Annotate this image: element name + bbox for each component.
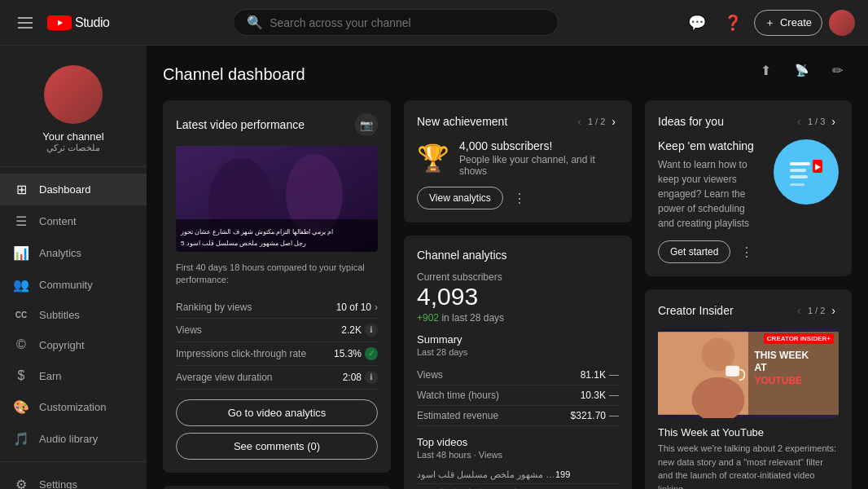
creator-nav: ‹ 1 / 2 › [794, 302, 839, 319]
logo: Studio [47, 15, 109, 30]
help-icon[interactable]: ❓ [718, 8, 747, 37]
search-bar[interactable]: 🔍 [233, 9, 559, 36]
view-analytics-button[interactable]: View analytics [417, 187, 503, 209]
sidebar-item-dashboard[interactable]: ⊞ Dashboard [0, 174, 147, 205]
audio-icon: 🎵 [13, 431, 29, 447]
achievement-title: New achievement [417, 115, 507, 128]
summary-period: Last 28 days [417, 347, 619, 357]
analytics-header: Channel analytics [417, 249, 619, 262]
sidebar-item-label: Analytics [39, 247, 134, 259]
sidebar-item-label: Customization [39, 401, 134, 413]
prev-achievement-button[interactable]: ‹ [574, 113, 585, 130]
header-right: 💬 ❓ ＋ Create [682, 8, 855, 37]
search-input[interactable] [270, 16, 545, 29]
create-button[interactable]: ＋ Create [754, 10, 822, 36]
sidebar-item-label: Copyright [39, 339, 134, 351]
svg-rect-18 [726, 366, 739, 377]
sidebar-item-copyright[interactable]: © Copyright [0, 329, 147, 360]
ideas-illustration [782, 148, 831, 196]
creator-thumbnail[interactable]: THIS WEEK AT YOUTUBE CREATOR INSIDER+ [658, 328, 839, 418]
achievement-text: 4,000 subscribers! People like your chan… [459, 139, 619, 177]
change-period: in last 28 days [441, 312, 504, 324]
create-label: Create [780, 16, 812, 29]
views-value: 81.1K — [581, 369, 619, 381]
edit-icon[interactable]: ✏ [822, 55, 852, 85]
sidebar-item-label: Settings [39, 478, 134, 489]
dashboard-grid: Latest video performance 📷 [163, 100, 852, 489]
sidebar: Your channel ملخصات تركي ⊞ Dashboard ☰ C… [0, 46, 147, 489]
ranking-row: Ranking by views 10 of 10 › [176, 297, 378, 319]
views-label: Views [417, 369, 443, 381]
creator-insider-card: Creator Insider ‹ 1 / 2 › [645, 289, 852, 489]
ideas-nav: ‹ 1 / 3 › [794, 113, 839, 130]
see-comments-button[interactable]: See comments (0) [176, 433, 378, 460]
watch-label: Watch time (hours) [417, 390, 499, 401]
sidebar-item-settings[interactable]: ⚙ Settings [0, 469, 147, 489]
sidebar-item-community[interactable]: 👥 Community [0, 269, 147, 301]
page-title: Channel dashboard [163, 65, 852, 84]
sidebar-item-audio[interactable]: 🎵 Audio library [0, 423, 147, 455]
thumbnail-image: ام يرمي اطفالها التزام مكتوش شهر ف الشار… [176, 146, 378, 252]
sidebar-item-earn[interactable]: $ Earn [0, 360, 147, 391]
prev-idea-button[interactable]: ‹ [794, 113, 804, 130]
user-avatar[interactable] [829, 10, 855, 36]
current-subs-label: Current subscribers [417, 271, 619, 283]
upload-icon[interactable]: ⬆ [751, 55, 780, 85]
go-to-analytics-button[interactable]: Go to video analytics [176, 399, 378, 426]
summary-title: Summary [417, 333, 619, 346]
subscriber-change: +902 in last 28 days [417, 312, 619, 324]
svg-text:THIS WEEK: THIS WEEK [754, 350, 809, 361]
ctr-indicator: ✓ [365, 347, 378, 360]
studio-text: Studio [75, 15, 109, 30]
published-videos-card: Published videos الشارع عشان التجاوز رجل… [163, 486, 391, 489]
views-row: Views 2.2K ℹ [176, 319, 378, 342]
achievement-header: New achievement ‹ 1 / 2 › [417, 113, 619, 130]
header: Studio 🔍 💬 ❓ ＋ Create [0, 0, 868, 46]
get-started-button[interactable]: Get started [658, 240, 730, 263]
community-icon: 👥 [13, 277, 29, 293]
more-ideas-icon[interactable]: ⋮ [737, 243, 756, 262]
avg-duration-row: Average view duration 2:08 ℹ [176, 366, 378, 390]
ideas-header: Ideas for you ‹ 1 / 3 › [658, 113, 839, 130]
svg-rect-10 [790, 169, 806, 172]
main-content: Channel dashboard ⬆ 📡 ✏ Latest video per… [147, 46, 868, 489]
camera-icon[interactable]: 📷 [355, 113, 378, 136]
achievement-nav-text: 1 / 2 [588, 117, 605, 126]
comments-icon[interactable]: 💬 [682, 8, 712, 37]
creator-badge: CREATOR INSIDER+ [764, 333, 834, 344]
ranking-value: 10 of 10 › [336, 302, 378, 313]
channel-avatar[interactable] [44, 65, 103, 124]
customization-icon: 🎨 [13, 399, 29, 415]
latest-video-card: Latest video performance 📷 [163, 100, 391, 473]
top-video-title: شرف ف الشارع عشان التجاوز رجل اصل مشهور … [417, 469, 555, 480]
next-creator-button[interactable]: › [828, 302, 839, 319]
sidebar-item-customization[interactable]: 🎨 Customization [0, 391, 147, 423]
dashboard-icon: ⊞ [13, 182, 29, 197]
avg-duration-value: 2:08 ℹ [343, 371, 378, 384]
views-indicator: ℹ [365, 324, 378, 337]
sidebar-item-label: Earn [39, 370, 134, 382]
svg-rect-11 [790, 175, 808, 178]
analytics-title: Channel analytics [417, 249, 507, 262]
sidebar-item-analytics[interactable]: 📊 Analytics [0, 237, 147, 269]
sidebar-item-content[interactable]: ☰ Content [0, 205, 147, 237]
avg-duration-label: Average view duration [176, 372, 273, 383]
channel-subtitle: ملخصات تركي [46, 143, 100, 153]
ideas-image [774, 139, 839, 205]
svg-text:ام يرمي اطفالها التزام مكتوش ش: ام يرمي اطفالها التزام مكتوش شهر ف الشار… [180, 228, 333, 236]
next-achievement-button[interactable]: › [608, 113, 619, 130]
achievement-subtitle: People like your channel, and it shows [459, 154, 619, 177]
prev-creator-button[interactable]: ‹ [794, 302, 804, 319]
ranking-label: Ranking by views [176, 302, 252, 313]
revenue-label: Estimated revenue [417, 410, 498, 421]
ideas-body: Keep 'em watching Want to learn how to k… [658, 139, 839, 263]
hamburger-menu[interactable] [13, 12, 37, 33]
more-options-icon[interactable]: ⋮ [510, 189, 529, 208]
sidebar-item-subtitles[interactable]: CC Subtitles [0, 301, 147, 329]
creator-thumb-bg: THIS WEEK AT YOUTUBE CREATOR INSIDER+ [658, 328, 839, 418]
right-column: Ideas for you ‹ 1 / 3 › Keep 'em watchin… [645, 100, 852, 489]
channel-name: Your channel [42, 130, 103, 143]
next-idea-button[interactable]: › [828, 113, 839, 130]
live-icon[interactable]: 📡 [787, 55, 816, 85]
thumbnail-svg: ام يرمي اطفالها التزام مكتوش شهر ف الشار… [176, 146, 378, 252]
